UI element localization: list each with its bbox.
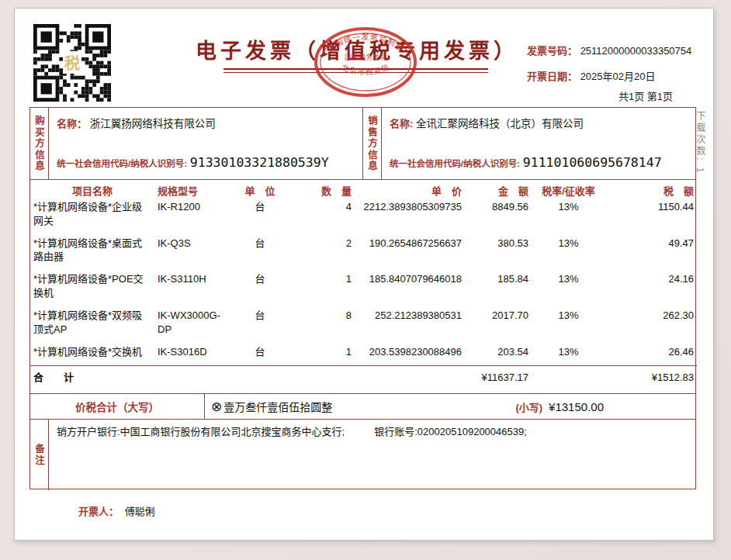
item-cell-qty: 1 — [288, 271, 355, 308]
seller-info: 名称: 全讯汇聚网络科技（北京）有限公司 统一社会信用代码/纳税人识别号: 91… — [382, 108, 695, 179]
item-row: *计算机网络设备*交换机 IK-S3016D 台 1 203.539823008… — [30, 344, 697, 364]
item-cell-name: *计算机网络设备*企业级网关 — [30, 199, 154, 236]
item-cell-unit: 台 — [232, 199, 288, 236]
buyer-name: 浙江翼扬网络科技有限公司 — [90, 118, 216, 130]
item-cell-amt: 203.54 — [465, 344, 532, 364]
invoice-page: 税 电子发票（增值税专用发票） 全国统一发票监制章 国家税务总局 北京市税务局 … — [14, 8, 714, 541]
item-cell-price: 185.8407079646018 — [355, 271, 465, 308]
remarks-bank: 销方开户银行:中国工商银行股份有限公司北京搜宝商务中心支行; — [57, 423, 345, 438]
item-cell-unit: 台 — [232, 344, 288, 364]
item-cell-name: *计算机网络设备*POE交换机 — [30, 271, 154, 308]
invoice-body: 购买方信息 名称： 浙江翼扬网络科技有限公司 统一社会信用代码/纳税人识别号: … — [29, 107, 696, 489]
invoice-meta: 发票号码： 25112000000033350754 开票日期： 2025年02… — [527, 43, 691, 94]
item-cell-tax: 262.30 — [605, 308, 697, 344]
item-cell-rate: 13% — [532, 199, 605, 236]
header-unit: 单 位 — [232, 180, 288, 199]
circled-cross-icon: ⊗ — [211, 399, 222, 415]
item-cell-rate: 13% — [532, 308, 605, 344]
amount-in-words-group: ⊗ 壹万叁仟壹佰伍拾圆整 (小写) ¥13150.00 — [205, 399, 695, 415]
total-tax: ¥1512.83 — [605, 366, 697, 393]
seller-name: 全讯汇聚网络科技（北京）有限公司 — [416, 118, 584, 130]
buyer-taxid: 91330103321880539Y — [190, 155, 329, 170]
item-row: *计算机网络设备*POE交换机 IK-S3110H 台 1 185.840707… — [30, 271, 697, 308]
buyer-name-label: 名称： — [57, 118, 87, 130]
total-amount: ¥11637.17 — [465, 366, 532, 393]
item-cell-qty: 2 — [288, 236, 355, 272]
header-tax-amount: 税 额 — [605, 180, 697, 199]
invoice-date-value: 2025年02月20日 — [580, 71, 656, 82]
item-cell-qty: 4 — [288, 199, 355, 236]
remarks-account: 银行账号:0200205109200046539; — [374, 423, 527, 438]
item-cell-unit: 台 — [232, 236, 288, 272]
item-cell-tax: 1150.44 — [605, 199, 697, 236]
item-cell-model: IK-S3016D — [154, 344, 232, 364]
amount-figures: ¥13150.00 — [549, 400, 604, 413]
item-cell-tax: 24.16 — [605, 271, 697, 308]
remarks-label: 备注 — [30, 420, 49, 490]
items-table: 项目名称 规格型号 单 位 数 量 单 价 金 额 税率/征收率 税 额 *计算… — [30, 180, 697, 393]
invoice-number-label: 发票号码： — [527, 45, 577, 57]
seller-taxid-label: 统一社会信用代码/纳税人识别号: — [390, 159, 520, 168]
item-cell-amt: 185.84 — [465, 271, 532, 308]
item-cell-model: IK-R1200 — [154, 199, 232, 236]
item-cell-name: *计算机网络设备*桌面式路由器 — [30, 236, 154, 272]
qr-tax-overlay: 税 — [63, 51, 81, 74]
total-label: 合 计 — [30, 366, 154, 393]
item-cell-qty: 1 — [288, 344, 355, 364]
item-cell-qty: 8 — [288, 308, 355, 344]
item-cell-amt: 380.53 — [465, 236, 532, 272]
item-cell-unit: 台 — [232, 271, 288, 308]
seller-section-label: 销售方信息 — [363, 108, 382, 179]
header-tax-rate: 税率/征收率 — [532, 180, 605, 199]
item-cell-rate: 13% — [532, 271, 605, 308]
buyer-taxid-label: 统一社会信用代码/纳税人识别号: — [57, 159, 187, 168]
header-amount: 金 额 — [465, 180, 532, 199]
item-cell-tax: 26.46 — [605, 344, 697, 364]
amount-figures-group: (小写) ¥13150.00 — [515, 399, 604, 414]
total-row: 合 计 ¥11637.17 ¥1512.83 — [30, 366, 697, 393]
item-cell-amt: 2017.70 — [465, 308, 532, 344]
header-quantity: 数 量 — [288, 180, 355, 199]
item-cell-price: 2212.3893805309735 — [355, 199, 465, 236]
invoice-title: 电子发票（增值税专用发票） — [194, 34, 520, 64]
item-cell-name: *计算机网络设备*交换机 — [30, 344, 154, 364]
header-unit-price: 单 价 — [355, 180, 465, 199]
item-cell-amt: 8849.56 — [465, 199, 532, 236]
issuer-name: 傅聪俐 — [125, 506, 155, 517]
invoice-number-value: 25112000000033350754 — [580, 45, 692, 57]
item-cell-price: 252.212389380531 — [355, 308, 465, 344]
items-header-row: 项目名称 规格型号 单 位 数 量 单 价 金 额 税率/征收率 税 额 — [30, 180, 697, 199]
remarks-content: 销方开户银行:中国工商银行股份有限公司北京搜宝商务中心支行; 银行账号:0200… — [49, 420, 695, 490]
title-underline — [223, 68, 488, 73]
item-cell-tax: 49.47 — [605, 236, 697, 272]
item-cell-name: *计算机网络设备*双频吸顶式AP — [30, 308, 154, 344]
item-cell-rate: 13% — [532, 344, 605, 364]
header-item-name: 项目名称 — [30, 180, 154, 199]
item-row: *计算机网络设备*桌面式路由器 IK-Q3S 台 2 190.265486725… — [30, 236, 697, 272]
desktop-background: { "page": { "title": "电子发票（增值税专用发票）", "i… — [0, 0, 731, 560]
item-cell-rate: 13% — [532, 236, 605, 272]
issuer-label: 开票人： — [78, 506, 119, 517]
pagination: 共1页 第1页 — [618, 88, 673, 103]
qr-code: 税 — [33, 24, 111, 102]
issuer-line: 开票人： 傅聪俐 — [78, 503, 155, 518]
item-cell-model: IK-WX3000G-DP — [154, 308, 232, 344]
header-model: 规格型号 — [154, 180, 232, 199]
item-cell-unit: 台 — [232, 308, 288, 344]
item-cell-price: 190.2654867256637 — [355, 236, 465, 272]
invoice-date-label: 开票日期： — [527, 71, 577, 82]
item-cell-model: IK-S3110H — [154, 271, 232, 308]
buyer-info: 名称： 浙江翼扬网络科技有限公司 统一社会信用代码/纳税人识别号: 913301… — [49, 108, 363, 179]
seller-name-label: 名称: — [390, 118, 413, 130]
seller-taxid: 911101060695678147 — [523, 155, 662, 170]
item-cell-model: IK-Q3S — [154, 236, 232, 272]
item-row: *计算机网络设备*企业级网关 IK-R1200 台 4 2212.3893805… — [30, 199, 697, 236]
amount-in-words: 壹万叁仟壹佰伍拾圆整 — [223, 399, 332, 414]
item-row: *计算机网络设备*双频吸顶式AP IK-WX3000G-DP 台 8 252.2… — [30, 308, 697, 344]
buyer-section-label: 购买方信息 — [30, 108, 49, 179]
remarks-section: 备注 销方开户银行:中国工商银行股份有限公司北京搜宝商务中心支行; 银行账号:0… — [30, 419, 695, 490]
item-cell-price: 203.5398230088496 — [355, 344, 465, 364]
grand-total-row: 价税合计（大写） ⊗ 壹万叁仟壹佰伍拾圆整 (小写) ¥13150.00 — [30, 393, 695, 419]
small-figures-label: (小写) — [515, 399, 542, 414]
parties-section: 购买方信息 名称： 浙江翼扬网络科技有限公司 统一社会信用代码/纳税人识别号: … — [30, 108, 695, 180]
